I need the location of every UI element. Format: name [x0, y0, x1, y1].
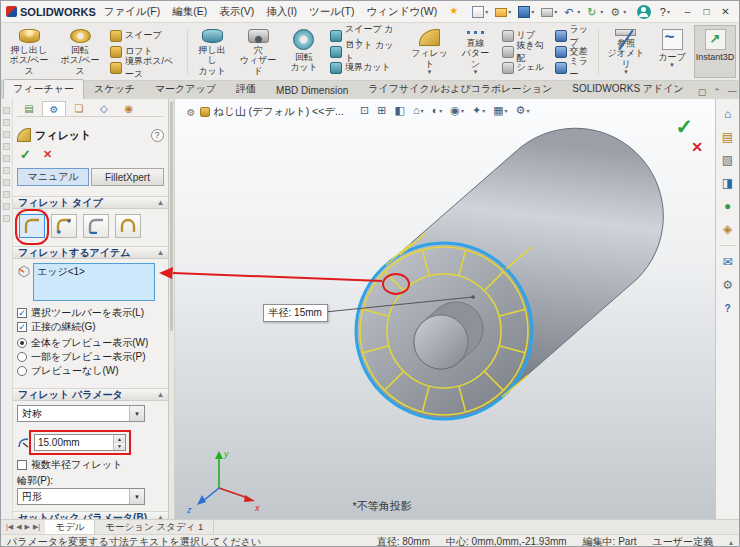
tab-feature-manager[interactable] — [17, 101, 41, 116]
edge-tool-icon[interactable] — [3, 191, 10, 198]
instant3d-button[interactable]: Instant3D — [694, 25, 736, 78]
custom-properties-icon[interactable] — [723, 222, 732, 236]
fillet-button[interactable]: フィレット▼ — [406, 25, 454, 78]
view-palette-icon[interactable] — [722, 176, 733, 190]
edge-tool-icon[interactable] — [3, 167, 10, 174]
help-icon[interactable] — [724, 301, 730, 315]
draft-button[interactable]: 抜き勾配 — [500, 44, 548, 59]
maximize-button[interactable]: □ — [698, 4, 715, 20]
tab-filletxpert[interactable]: FilletXpert — [91, 168, 163, 186]
rebuild-button[interactable] — [587, 6, 603, 18]
tab-evaluate[interactable]: 評価 — [226, 79, 266, 99]
spinner-up-button[interactable] — [114, 435, 125, 443]
pm-scrollbar-thumb[interactable] — [170, 101, 173, 331]
radius-value[interactable]: 15.00mm — [35, 435, 113, 450]
view-orientation-icon[interactable] — [411, 102, 426, 118]
edge-tool-icon[interactable] — [3, 155, 10, 162]
curves-button[interactable]: カーブ▼ — [651, 25, 693, 78]
open-button[interactable] — [495, 6, 511, 17]
tab-markup[interactable]: マークアップ — [145, 79, 226, 99]
tab-configuration-manager[interactable] — [67, 101, 91, 116]
options-button[interactable] — [610, 6, 626, 18]
tab-sketch[interactable]: スケッチ — [84, 79, 145, 99]
hide-show-items-icon[interactable] — [448, 102, 466, 118]
variable-size-fillet-button[interactable] — [51, 214, 77, 238]
constant-size-fillet-button[interactable] — [19, 214, 45, 238]
edit-appearance-icon[interactable] — [470, 102, 487, 118]
status-unit-system[interactable]: ユーザー定義 — [653, 535, 713, 547]
display-style-icon[interactable] — [430, 102, 445, 118]
section-setback-parameters[interactable]: セットバック パラメータ(B) — [13, 511, 168, 519]
section-fillet-parameters[interactable]: フィレット パラメータ — [13, 388, 168, 401]
show-selection-toolbar-checkbox[interactable]: 選択ツールバーを表示(L) — [17, 306, 164, 319]
menu-insert[interactable]: 挿入(I) — [266, 5, 297, 19]
help-menu[interactable]: ? — [660, 6, 670, 18]
edge-tool-icon[interactable] — [3, 131, 10, 138]
face-fillet-button[interactable] — [83, 214, 109, 238]
extruded-boss-base-button[interactable]: 押し出しボス/ベース — [4, 25, 54, 78]
profile-dropdown[interactable]: 円形 — [17, 488, 145, 505]
apply-scene-icon[interactable] — [491, 102, 509, 118]
edge-selection-box[interactable]: エッジ<1> — [33, 263, 155, 301]
lofted-cut-button[interactable]: ロフト カット — [328, 44, 403, 59]
radius-callout[interactable]: 半径: 15mm — [263, 304, 328, 322]
tangent-propagation-checkbox[interactable]: 正接の継続(G) — [17, 320, 164, 333]
graphics-viewport[interactable]: y x z ねじ山 (デフォルト) <<デ... — [175, 99, 716, 519]
menu-file[interactable]: ファイル(F) — [104, 5, 160, 19]
next-tab-button[interactable]: ▶ — [25, 523, 30, 531]
extruded-cut-button[interactable]: 押し出しカット — [191, 25, 233, 78]
favorites-star-icon[interactable]: ★ — [449, 5, 458, 19]
edge-tool-icon[interactable] — [3, 143, 10, 150]
boundary-cut-button[interactable]: 境界カット — [328, 60, 403, 75]
last-tab-button[interactable]: ▶| — [33, 523, 40, 531]
section-view-icon[interactable] — [393, 102, 407, 118]
zoom-fit-icon[interactable] — [358, 102, 371, 118]
settings-icon[interactable] — [722, 278, 733, 292]
spinner-down-button[interactable] — [114, 443, 125, 451]
confirm-ok-icon[interactable] — [675, 115, 693, 139]
tab-solidworks-addins[interactable]: SOLIDWORKS アドイン — [562, 79, 694, 99]
wrap-button[interactable]: ラップ — [553, 28, 594, 43]
cancel-button[interactable] — [43, 148, 52, 161]
help-icon[interactable]: ? — [151, 129, 164, 142]
edge-tool-icon[interactable] — [3, 203, 10, 210]
pane-toggle-icon[interactable] — [698, 85, 707, 97]
multiple-radius-checkbox[interactable]: 複数半径フィレット — [17, 458, 164, 471]
edge-tool-icon[interactable] — [3, 179, 10, 186]
collapse-ribbon-icon[interactable] — [713, 85, 721, 97]
menu-window[interactable]: ウィンドウ(W) — [367, 5, 438, 19]
ok-button[interactable] — [20, 147, 31, 162]
no-preview-radio[interactable]: プレビューなし(W) — [17, 364, 164, 377]
tab-manual[interactable]: マニュアル — [17, 168, 89, 186]
reference-geometry-button[interactable]: 参照ジオメトリ▼ — [602, 25, 650, 78]
radius-spinner[interactable]: 15.00mm — [34, 434, 126, 451]
revolved-cut-button[interactable]: 回転カット — [283, 25, 325, 78]
tab-features[interactable]: フィーチャー — [3, 79, 84, 99]
hole-wizard-button[interactable]: 穴ウィザード — [234, 25, 282, 78]
tab-property-manager[interactable] — [42, 101, 66, 116]
prev-tab-button[interactable]: ◀ — [16, 523, 21, 531]
new-document-button[interactable] — [472, 6, 488, 18]
forum-icon[interactable] — [723, 255, 733, 269]
tab-display-manager[interactable] — [117, 101, 141, 116]
section-fillet-type[interactable]: フィレット タイプ — [13, 196, 168, 209]
design-library-icon[interactable] — [722, 130, 733, 144]
close-button[interactable]: ✕ — [717, 4, 734, 20]
menu-view[interactable]: 表示(V) — [219, 5, 254, 19]
menu-edit[interactable]: 編集(E) — [172, 5, 207, 19]
edge-tool-icon[interactable] — [3, 107, 10, 114]
tab-model[interactable]: モデル — [45, 520, 95, 534]
mirror-button[interactable]: ミラー — [553, 60, 594, 75]
tab-mbd-dimension[interactable]: MBD Dimension — [266, 82, 358, 99]
menu-tools[interactable]: ツール(T) — [309, 5, 354, 19]
solidworks-resources-icon[interactable] — [724, 107, 731, 121]
confirm-cancel-icon[interactable] — [691, 139, 703, 155]
edge-tool-icon[interactable] — [3, 215, 10, 222]
linear-pattern-button[interactable]: 直線パターン▼ — [455, 25, 497, 78]
shell-button[interactable]: シェル — [500, 60, 548, 75]
print-button[interactable] — [541, 6, 557, 17]
undo-button[interactable] — [564, 6, 580, 18]
zoom-area-icon[interactable] — [375, 102, 388, 118]
boundary-boss-button[interactable]: 境界ボス/ベース — [108, 60, 182, 75]
minimize-button[interactable]: – — [679, 4, 696, 20]
